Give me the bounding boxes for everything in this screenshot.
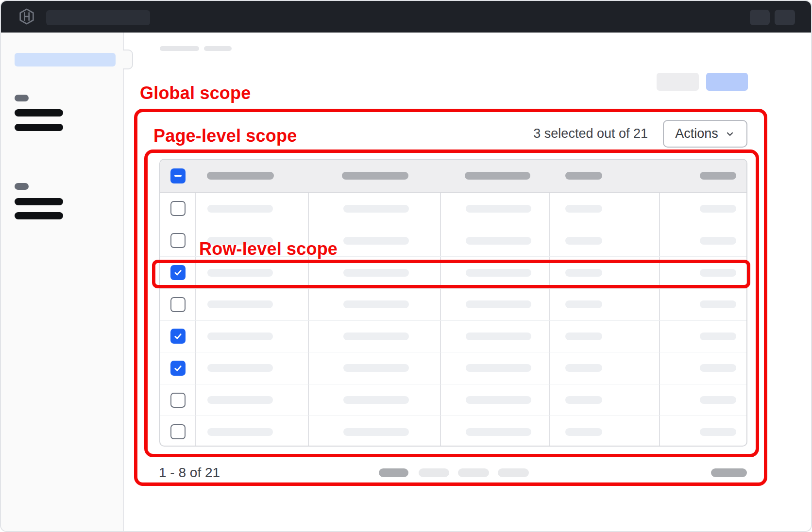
cell-skeleton bbox=[466, 237, 531, 245]
cell-skeleton bbox=[466, 396, 531, 404]
table-row bbox=[160, 320, 746, 352]
row-checkbox[interactable] bbox=[170, 297, 186, 312]
pagination-range-label: 1 - 8 of 21 bbox=[159, 465, 220, 481]
cell-skeleton bbox=[700, 205, 736, 213]
row-checkbox[interactable] bbox=[170, 329, 186, 344]
pagination-page[interactable] bbox=[419, 468, 449, 477]
top-navigation-bar bbox=[1, 1, 811, 33]
cell-skeleton bbox=[343, 396, 409, 404]
chevron-down-icon bbox=[725, 129, 735, 139]
row-checkbox[interactable] bbox=[170, 265, 186, 280]
select-all-checkbox[interactable] bbox=[170, 168, 186, 183]
cell-skeleton bbox=[700, 396, 736, 404]
check-icon bbox=[173, 331, 183, 341]
sidebar-collapse-handle[interactable] bbox=[123, 50, 133, 69]
cell-skeleton bbox=[700, 364, 736, 372]
cell-skeleton bbox=[343, 269, 409, 277]
pagination-page[interactable] bbox=[458, 468, 489, 477]
check-icon bbox=[173, 267, 183, 278]
page-scope-label: Page-level scope bbox=[153, 126, 297, 146]
cell-skeleton bbox=[466, 300, 531, 308]
cell-skeleton bbox=[466, 205, 531, 213]
cell-skeleton bbox=[466, 332, 531, 340]
pagination-page-current[interactable] bbox=[379, 468, 408, 477]
table-row bbox=[160, 193, 746, 225]
cell-skeleton bbox=[565, 237, 602, 245]
column-header-skeleton bbox=[565, 172, 602, 180]
table-row bbox=[160, 256, 746, 288]
cell-skeleton bbox=[700, 332, 736, 340]
table-row bbox=[160, 352, 746, 384]
primary-button[interactable] bbox=[706, 73, 748, 91]
cell-skeleton bbox=[343, 332, 409, 340]
search-input[interactable] bbox=[46, 10, 150, 25]
cell-skeleton bbox=[343, 364, 409, 372]
sidebar-item-active[interactable] bbox=[15, 53, 116, 66]
secondary-button[interactable] bbox=[657, 73, 699, 91]
cell-skeleton bbox=[700, 269, 736, 277]
cell-skeleton bbox=[343, 237, 409, 245]
table-header-row bbox=[160, 160, 746, 193]
table-body bbox=[160, 193, 746, 447]
sidebar-section-label bbox=[15, 183, 29, 190]
sidebar-item[interactable] bbox=[15, 198, 63, 205]
sidebar-section-label bbox=[15, 95, 29, 101]
cell-skeleton bbox=[565, 332, 602, 340]
cell-skeleton bbox=[207, 332, 273, 340]
sidebar bbox=[1, 33, 124, 532]
cell-skeleton bbox=[700, 300, 736, 308]
cell-skeleton bbox=[207, 428, 273, 436]
cell-skeleton bbox=[466, 364, 531, 372]
cell-skeleton bbox=[207, 396, 273, 404]
app-frame: 3 selected out of 21 Actions bbox=[0, 0, 812, 532]
user-menu-button[interactable] bbox=[775, 10, 795, 25]
cell-skeleton bbox=[343, 205, 409, 213]
cell-skeleton bbox=[343, 428, 409, 436]
cell-skeleton bbox=[466, 428, 531, 436]
row-checkbox[interactable] bbox=[170, 361, 186, 376]
cell-skeleton bbox=[565, 364, 602, 372]
pagination-page-size[interactable] bbox=[711, 468, 747, 477]
actions-button-label: Actions bbox=[675, 126, 718, 141]
column-header-skeleton bbox=[465, 172, 530, 180]
data-table bbox=[159, 159, 747, 447]
cell-skeleton bbox=[343, 300, 409, 308]
pagination-page[interactable] bbox=[498, 468, 529, 477]
sidebar-item[interactable] bbox=[15, 109, 63, 116]
hashicorp-logo-icon bbox=[18, 8, 35, 25]
column-header-skeleton bbox=[207, 172, 274, 180]
table-row bbox=[160, 288, 746, 320]
cell-skeleton bbox=[565, 205, 602, 213]
column-header-skeleton bbox=[342, 172, 408, 180]
table-row bbox=[160, 416, 746, 447]
sidebar-item[interactable] bbox=[15, 212, 63, 219]
cell-skeleton bbox=[565, 428, 602, 436]
global-scope-label: Global scope bbox=[140, 83, 251, 103]
row-checkbox[interactable] bbox=[170, 424, 186, 439]
table-row bbox=[160, 384, 746, 416]
cell-skeleton bbox=[207, 269, 273, 277]
check-icon bbox=[173, 363, 183, 373]
row-checkbox[interactable] bbox=[170, 393, 186, 408]
breadcrumb-item[interactable] bbox=[160, 46, 199, 51]
breadcrumb-item[interactable] bbox=[204, 46, 232, 51]
cell-skeleton bbox=[700, 428, 736, 436]
sidebar-item[interactable] bbox=[15, 124, 63, 131]
row-scope-label: Row-level scope bbox=[199, 239, 338, 259]
row-checkbox[interactable] bbox=[170, 233, 186, 248]
actions-dropdown-button[interactable]: Actions bbox=[663, 120, 747, 148]
cell-skeleton bbox=[207, 300, 273, 308]
help-button[interactable] bbox=[750, 10, 770, 25]
cell-skeleton bbox=[466, 269, 531, 277]
cell-skeleton bbox=[565, 269, 602, 277]
cell-skeleton bbox=[207, 205, 273, 213]
column-header-skeleton bbox=[700, 172, 736, 180]
cell-skeleton bbox=[565, 396, 602, 404]
cell-skeleton bbox=[700, 237, 736, 245]
cell-skeleton bbox=[565, 300, 602, 308]
minus-icon bbox=[174, 175, 182, 177]
selection-summary: 3 selected out of 21 bbox=[487, 126, 648, 141]
row-checkbox[interactable] bbox=[170, 201, 186, 216]
cell-skeleton bbox=[207, 364, 273, 372]
